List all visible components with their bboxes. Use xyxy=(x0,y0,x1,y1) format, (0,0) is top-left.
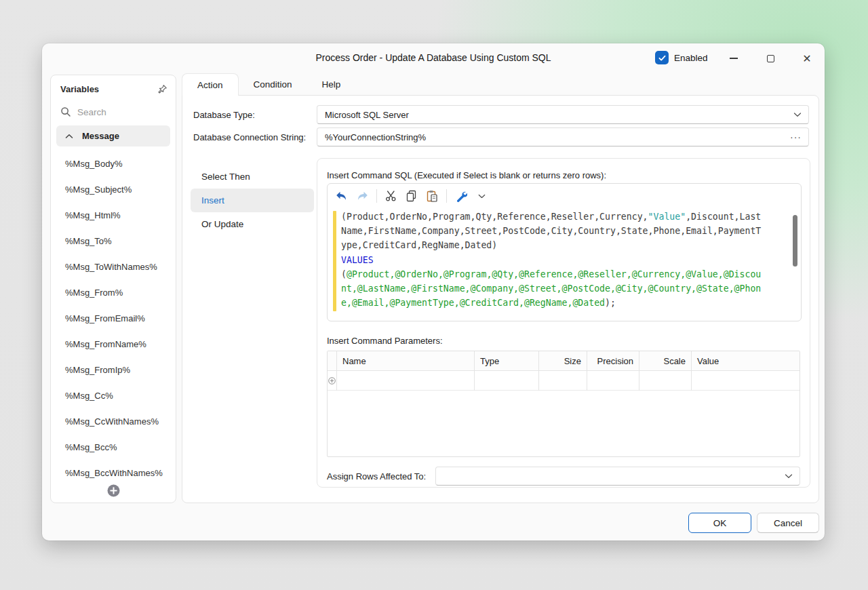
tools-button[interactable] xyxy=(454,189,469,203)
tab-bar: ActionConditionHelp xyxy=(182,73,355,96)
paste-icon xyxy=(426,190,438,202)
minimize-icon xyxy=(730,58,738,59)
variables-group-message[interactable]: Message xyxy=(56,125,170,146)
search-input[interactable] xyxy=(77,107,159,117)
sql-editor[interactable]: (Product,OrderNo,Program,Qty,Reference,R… xyxy=(327,183,802,321)
search-icon xyxy=(60,106,71,117)
variable-item[interactable]: %Msg_FromIp% xyxy=(51,357,176,382)
variable-item[interactable]: %Msg_From% xyxy=(51,279,176,305)
parameters-header-row: NameTypeSizePrecisionScaleValue xyxy=(328,351,800,371)
sql-code-area[interactable]: (Product,OrderNo,Program,Qty,Reference,R… xyxy=(328,208,801,310)
parameters-empty-row[interactable] xyxy=(328,371,800,391)
ok-button[interactable]: OK xyxy=(688,513,751,533)
copy-icon xyxy=(406,190,418,202)
copy-button[interactable] xyxy=(404,189,419,203)
database-type-label: Database Type: xyxy=(193,110,255,120)
insert-sql-label: Insert Command SQL (Executed if Select i… xyxy=(327,170,606,180)
cut-button[interactable] xyxy=(384,189,399,203)
step-select-then[interactable]: Select Then xyxy=(191,165,314,189)
step-insert[interactable]: Insert xyxy=(191,189,314,212)
close-button[interactable]: ✕ xyxy=(793,47,821,69)
plus-circle-icon xyxy=(328,377,336,385)
variable-item[interactable]: %Msg_FromName% xyxy=(51,331,176,357)
column-header-size[interactable]: Size xyxy=(539,351,587,371)
insert-parameters-label: Insert Command Parameters: xyxy=(327,336,443,346)
parameter-cell-type[interactable] xyxy=(475,371,539,391)
sql-code-line: VALUES xyxy=(341,253,801,267)
titlebar[interactable]: Process Order - Update A Database Using … xyxy=(42,43,825,73)
sql-code-line: ype,CreditCard,RegName,Dated) xyxy=(341,238,801,252)
checkmark-icon xyxy=(658,54,667,62)
connection-string-value: %YourConnectionString% xyxy=(325,132,426,142)
column-header-precision[interactable]: Precision xyxy=(587,351,639,371)
row-marker-header[interactable] xyxy=(328,351,337,371)
paste-button[interactable] xyxy=(425,189,439,203)
editor-scrollbar-thumb[interactable] xyxy=(793,215,797,267)
connection-string-label: Database Connection String: xyxy=(193,132,306,142)
redo-icon xyxy=(356,191,368,201)
variable-item[interactable]: %Msg_CcWithNames% xyxy=(51,408,176,434)
undo-button[interactable] xyxy=(334,189,349,203)
editor-toolbar xyxy=(328,184,801,208)
close-icon: ✕ xyxy=(802,52,811,65)
toolbar-separator xyxy=(376,189,377,203)
variable-item[interactable]: %Msg_BccWithNames% xyxy=(51,460,176,486)
variable-item[interactable]: %Msg_Bcc% xyxy=(51,434,176,460)
toolbar-separator xyxy=(446,189,447,203)
sql-step-list: Select ThenInsertOr Update xyxy=(191,165,314,236)
parameter-cell-value[interactable] xyxy=(692,371,800,391)
variable-item[interactable]: %Msg_Cc% xyxy=(51,382,176,408)
column-header-type[interactable]: Type xyxy=(475,351,539,371)
add-variable-button[interactable] xyxy=(107,484,120,497)
action-tab-content: Database Type: Microsoft SQL Server Data… xyxy=(182,95,819,503)
variable-item[interactable]: %Msg_Subject% xyxy=(51,176,176,202)
variable-item[interactable]: %Msg_To% xyxy=(51,228,176,254)
assign-rows-combo[interactable] xyxy=(435,467,800,486)
variables-list: %Msg_Body%%Msg_Subject%%Msg_Html%%Msg_To… xyxy=(51,151,176,486)
chevron-down-icon xyxy=(478,194,486,199)
process-order-dialog: Process Order - Update A Database Using … xyxy=(42,43,825,540)
maximize-icon xyxy=(767,55,774,62)
step-or-update[interactable]: Or Update xyxy=(191,212,314,236)
variable-item[interactable]: %Msg_FromEmail% xyxy=(51,305,176,331)
pin-icon[interactable] xyxy=(157,84,167,94)
sql-code-line: (Product,OrderNo,Program,Qty,Reference,R… xyxy=(341,210,801,224)
sql-code-line: (@Product,@OrderNo,@Program,@Qty,@Refere… xyxy=(341,267,801,281)
sql-code-line: Name,FirstName,Company,Street,PostCode,C… xyxy=(341,224,801,238)
desktop-background: Process Order - Update A Database Using … xyxy=(0,0,868,590)
sql-code: (Product,OrderNo,Program,Qty,Reference,R… xyxy=(341,210,801,310)
parameter-cell-size[interactable] xyxy=(539,371,587,391)
cancel-button[interactable]: Cancel xyxy=(757,513,819,533)
parameter-cell-name[interactable] xyxy=(337,371,475,391)
column-header-scale[interactable]: Scale xyxy=(639,351,692,371)
column-header-value[interactable]: Value xyxy=(692,351,800,371)
changed-lines-gutter xyxy=(333,211,336,311)
tools-dropdown-button[interactable] xyxy=(474,189,489,203)
variables-title: Variables xyxy=(60,84,99,94)
undo-icon xyxy=(336,191,348,201)
variable-item[interactable]: %Msg_ToWithNames% xyxy=(51,254,176,279)
enabled-checkbox[interactable] xyxy=(655,51,669,64)
database-type-select[interactable]: Microsoft SQL Server xyxy=(317,105,809,124)
sql-code-line: nt,@LastName,@FirstName,@Company,@Street… xyxy=(341,281,801,296)
minimize-button[interactable] xyxy=(719,47,748,69)
tab-help[interactable]: Help xyxy=(307,73,356,96)
chevron-up-icon xyxy=(65,134,73,139)
parameter-cell-scale[interactable] xyxy=(639,371,692,391)
maximize-button[interactable] xyxy=(756,47,785,69)
connection-string-input[interactable]: %YourConnectionString% ··· xyxy=(317,127,809,146)
insert-command-panel: Insert Command SQL (Executed if Select i… xyxy=(317,158,810,488)
new-row-marker[interactable] xyxy=(328,371,337,391)
column-header-name[interactable]: Name xyxy=(337,351,475,371)
redo-button[interactable] xyxy=(355,189,370,203)
ellipsis-icon[interactable]: ··· xyxy=(790,134,802,140)
insert-parameters-table: NameTypeSizePrecisionScaleValue xyxy=(327,351,800,457)
chevron-down-icon xyxy=(793,112,802,117)
scissors-icon xyxy=(385,190,397,202)
tab-action[interactable]: Action xyxy=(182,73,239,96)
variable-item[interactable]: %Msg_Body% xyxy=(51,151,176,176)
tab-condition[interactable]: Condition xyxy=(239,73,307,96)
parameter-cell-precision[interactable] xyxy=(587,371,639,391)
enabled-label: Enabled xyxy=(674,53,708,63)
variable-item[interactable]: %Msg_Html% xyxy=(51,202,176,228)
